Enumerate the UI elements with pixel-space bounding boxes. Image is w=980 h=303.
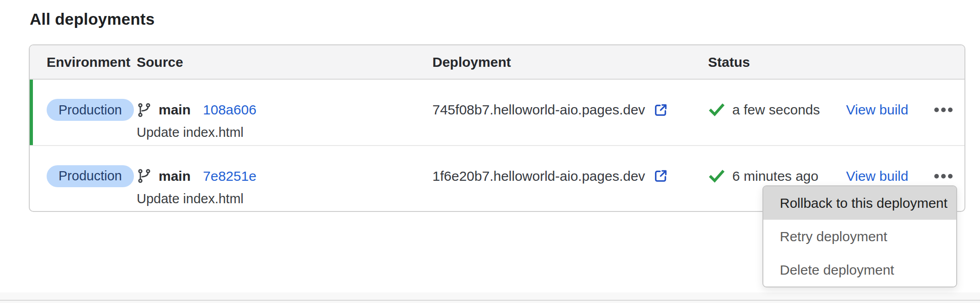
status-time: a few seconds <box>732 102 820 118</box>
deployment-url: 1f6e20b7.helloworld-aio.pages.dev <box>432 168 645 184</box>
deployment-context-menu: Rollback to this deployment Retry deploy… <box>762 185 957 287</box>
source-cell: main 7e8251e Update index.html <box>137 165 432 211</box>
page-section-divider <box>0 292 980 303</box>
status-cell: a few seconds View build <box>708 99 964 121</box>
branch-name: main <box>159 168 191 184</box>
check-icon <box>708 101 725 119</box>
check-icon <box>708 168 725 185</box>
environment-badge: Production <box>47 99 134 121</box>
environment-cell: Production <box>47 99 137 145</box>
commit-link[interactable]: 108a606 <box>203 102 256 118</box>
commit-message: Update index.html <box>137 125 432 140</box>
view-build-link[interactable]: View build <box>846 165 908 187</box>
column-header-deployment: Deployment <box>432 54 708 70</box>
source-cell: main 108a606 Update index.html <box>137 99 432 145</box>
commit-link[interactable]: 7e8251e <box>203 168 256 184</box>
status-time: 6 minutes ago <box>732 168 818 184</box>
column-header-source: Source <box>137 54 432 70</box>
commit-message: Update index.html <box>137 191 432 206</box>
deployment-cell: 745f08b7.helloworld-aio.pages.dev <box>432 99 708 145</box>
ellipsis-icon <box>934 174 939 179</box>
branch-name: main <box>159 102 191 118</box>
column-header-environment: Environment <box>47 54 137 70</box>
status-cell: 6 minutes ago View build <box>708 165 964 187</box>
menu-item-retry[interactable]: Retry deployment <box>763 220 956 253</box>
deployment-cell: 1f6e20b7.helloworld-aio.pages.dev <box>432 165 708 211</box>
row-menu-button[interactable] <box>929 165 958 187</box>
environment-cell: Production <box>47 165 137 211</box>
menu-item-rollback[interactable]: Rollback to this deployment <box>763 186 956 220</box>
column-header-status: Status <box>708 54 964 70</box>
current-deployment-indicator <box>30 80 33 145</box>
external-link-icon[interactable] <box>653 168 668 184</box>
git-branch-icon <box>137 103 152 118</box>
row-menu-button[interactable] <box>929 99 958 121</box>
page-section-divider-line <box>0 300 980 301</box>
menu-item-delete[interactable]: Delete deployment <box>763 253 956 287</box>
external-link-icon[interactable] <box>653 103 668 118</box>
deployments-page: All deployments Environment Source Deplo… <box>0 0 980 303</box>
deployment-url: 745f08b7.helloworld-aio.pages.dev <box>432 102 645 118</box>
git-branch-icon <box>137 168 152 184</box>
environment-badge: Production <box>47 165 134 187</box>
view-build-link[interactable]: View build <box>846 99 908 121</box>
table-header-row: Environment Source Deployment Status <box>30 45 964 80</box>
deployment-row: Production main 108a606 <box>30 80 964 145</box>
ellipsis-icon <box>934 108 939 112</box>
page-title: All deployments <box>30 10 154 28</box>
